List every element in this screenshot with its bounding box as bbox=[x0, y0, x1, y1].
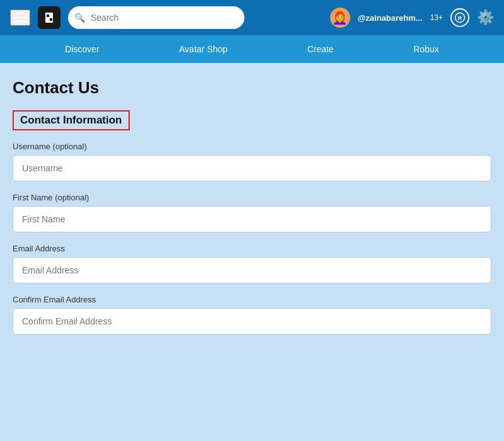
first-name-field-group: First Name (optional) bbox=[13, 193, 491, 232]
email-input[interactable] bbox=[13, 257, 491, 284]
contact-info-label: Contact Information bbox=[20, 114, 122, 126]
email-field-group: Email Address bbox=[13, 244, 491, 284]
nav-right: 👩‍🦰 @zainabarehm... 13+ R ⚙️ bbox=[330, 8, 494, 28]
first-name-label: First Name (optional) bbox=[13, 193, 491, 202]
svg-rect-0 bbox=[45, 13, 53, 23]
username-input[interactable] bbox=[13, 155, 491, 181]
settings-icon[interactable]: ⚙️ bbox=[477, 9, 494, 26]
username-display: @zainabarehm... bbox=[358, 13, 423, 23]
top-navbar: 🔍 👩‍🦰 @zainabarehm... 13+ R ⚙️ bbox=[0, 0, 504, 35]
first-name-input[interactable] bbox=[13, 206, 491, 232]
nav-item-avatar-shop[interactable]: Avatar Shop bbox=[169, 39, 238, 59]
age-badge: 13+ bbox=[430, 13, 443, 22]
nav-item-robux[interactable]: Robux bbox=[403, 39, 449, 59]
secondary-navbar: Discover Avatar Shop Create Robux bbox=[0, 35, 504, 63]
avatar: 👩‍🦰 bbox=[330, 8, 350, 28]
confirm-email-label: Confirm Email Address bbox=[13, 295, 491, 304]
username-field-group: Username (optional) bbox=[13, 142, 491, 181]
page-title: Contact Us bbox=[13, 78, 491, 98]
svg-rect-1 bbox=[47, 14, 49, 17]
nav-item-discover[interactable]: Discover bbox=[55, 39, 109, 59]
search-container: 🔍 bbox=[68, 6, 244, 29]
avatar-image: 👩‍🦰 bbox=[332, 10, 348, 25]
main-content: Contact Us Contact Information Username … bbox=[0, 63, 504, 361]
search-input[interactable] bbox=[68, 6, 244, 29]
svg-text:R: R bbox=[458, 15, 462, 21]
email-label: Email Address bbox=[13, 244, 491, 253]
confirm-email-field-group: Confirm Email Address bbox=[13, 295, 491, 335]
search-icon: 🔍 bbox=[74, 13, 85, 23]
robux-icon[interactable]: R bbox=[450, 8, 469, 27]
svg-rect-2 bbox=[50, 18, 52, 21]
hamburger-button[interactable] bbox=[10, 9, 30, 26]
confirm-email-input[interactable] bbox=[13, 308, 491, 335]
nav-item-create[interactable]: Create bbox=[297, 39, 344, 59]
username-label: Username (optional) bbox=[13, 142, 491, 151]
roblox-logo bbox=[38, 6, 60, 29]
contact-info-section-header: Contact Information bbox=[13, 110, 130, 130]
